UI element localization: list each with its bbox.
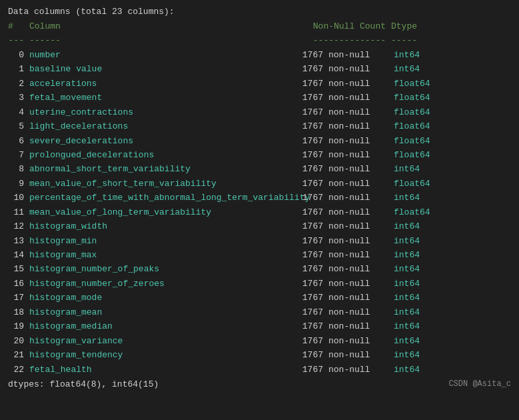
row-nonnull: non-null: [326, 91, 386, 105]
nonnull-header: Non-Null Count: [289, 19, 386, 33]
rows-container: 0 number 1767 non-null int64 1 baseline …: [8, 48, 511, 377]
row-count: 1767: [289, 248, 326, 262]
row-idx: 19: [8, 319, 29, 333]
row-idx: 15: [8, 262, 29, 276]
row-nonnull: non-null: [326, 262, 386, 276]
row-dtype: float64: [394, 91, 430, 105]
table-row: 11 mean_value_of_long_term_variability 1…: [8, 205, 511, 219]
row-dtype: int64: [394, 219, 420, 233]
row-count: 1767: [289, 91, 326, 105]
row-idx: 14: [8, 248, 29, 262]
table-row: 10 percentage_of_time_with_abnormal_long…: [8, 191, 511, 205]
row-idx: 13: [8, 234, 29, 248]
row-col-name: light_decelerations: [29, 119, 289, 133]
row-nonnull: non-null: [326, 234, 386, 248]
row-nonnull: non-null: [326, 305, 386, 319]
row-idx: 12: [8, 219, 29, 233]
row-dtype: float64: [394, 177, 430, 191]
row-dtype: int64: [394, 162, 420, 176]
row-count: 1767: [289, 148, 326, 162]
row-nonnull: non-null: [326, 205, 386, 219]
row-dtype: float64: [394, 205, 430, 219]
row-nonnull: non-null: [326, 77, 386, 91]
row-idx: 11: [8, 205, 29, 219]
table-row: 6 severe_decelerations 1767 non-null flo…: [8, 134, 511, 148]
row-idx: 2: [8, 77, 29, 91]
row-idx: 16: [8, 277, 29, 291]
table-row: 12 histogram_width 1767 non-null int64: [8, 219, 511, 233]
row-nonnull: non-null: [326, 177, 386, 191]
row-dtype: int64: [394, 234, 420, 248]
row-count: 1767: [289, 319, 326, 333]
row-count: 1767: [289, 234, 326, 248]
row-nonnull: non-null: [326, 162, 386, 176]
row-nonnull: non-null: [326, 291, 386, 305]
table-row: 8 abnormal_short_term_variability 1767 n…: [8, 162, 511, 176]
row-idx: 5: [8, 119, 29, 133]
row-dtype: int64: [394, 191, 420, 205]
row-dtype: int64: [394, 291, 420, 305]
row-col-name: mean_value_of_long_term_variability: [29, 205, 289, 219]
row-idx: 21: [8, 348, 29, 362]
table-row: 16 histogram_number_of_zeroes 1767 non-n…: [8, 277, 511, 291]
row-dtype: int64: [394, 248, 420, 262]
row-nonnull: non-null: [326, 62, 386, 76]
row-col-name: prolongued_decelerations: [29, 148, 289, 162]
table-row: 20 histogram_variance 1767 non-null int6…: [8, 334, 511, 348]
row-count: 1767: [289, 162, 326, 176]
row-nonnull: non-null: [326, 191, 386, 205]
row-col-name: histogram_mean: [29, 305, 289, 319]
watermark: CSDN @Asita_c: [448, 379, 511, 389]
row-dtype: float64: [394, 119, 430, 133]
table-row: 2 accelerations 1767 non-null float64: [8, 77, 511, 91]
row-nonnull: non-null: [326, 248, 386, 262]
row-nonnull: non-null: [326, 219, 386, 233]
table-row: 7 prolongued_decelerations 1767 non-null…: [8, 148, 511, 162]
row-count: 1767: [289, 348, 326, 362]
row-nonnull: non-null: [326, 148, 386, 162]
row-nonnull: non-null: [326, 105, 386, 119]
row-idx: 22: [8, 363, 29, 377]
row-count: 1767: [289, 363, 326, 377]
row-dtype: int64: [394, 48, 420, 62]
row-idx: 10: [8, 191, 29, 205]
row-count: 1767: [289, 62, 326, 76]
row-nonnull: non-null: [326, 319, 386, 333]
row-col-name: number: [29, 48, 289, 62]
row-dtype: float64: [394, 134, 430, 148]
row-dtype: int64: [394, 62, 420, 76]
row-count: 1767: [289, 305, 326, 319]
row-dtype: int64: [394, 277, 420, 291]
row-count: 1767: [289, 191, 326, 205]
row-col-name: percentage_of_time_with_abnormal_long_te…: [29, 191, 289, 205]
row-col-name: histogram_min: [29, 234, 289, 248]
table-row: 22 fetal_health 1767 non-null int64: [8, 363, 511, 377]
row-col-name: histogram_width: [29, 219, 289, 233]
row-nonnull: non-null: [326, 363, 386, 377]
row-col-name: histogram_tendency: [29, 348, 289, 362]
sep-idx: ---: [8, 33, 29, 47]
sep-nonnull: --------------: [289, 33, 386, 47]
row-dtype: int64: [394, 334, 420, 348]
row-count: 1767: [289, 277, 326, 291]
table-row: 17 histogram_mode 1767 non-null int64: [8, 291, 511, 305]
row-nonnull: non-null: [326, 277, 386, 291]
row-col-name: histogram_mode: [29, 291, 289, 305]
dtypes-summary: dtypes: float64(8), int64(15): [8, 379, 159, 389]
row-idx: 20: [8, 334, 29, 348]
row-col-name: histogram_number_of_zeroes: [29, 277, 289, 291]
footer: dtypes: float64(8), int64(15) CSDN @Asit…: [8, 379, 511, 389]
col-header: Column: [29, 19, 289, 33]
data-table: # Column Non-Null Count Dtype --- ------…: [8, 19, 511, 377]
row-idx: 17: [8, 291, 29, 305]
row-count: 1767: [289, 77, 326, 91]
dtype-header: Dtype: [391, 19, 417, 33]
table-row: 21 histogram_tendency 1767 non-null int6…: [8, 348, 511, 362]
row-dtype: int64: [394, 363, 420, 377]
row-col-name: severe_decelerations: [29, 134, 289, 148]
idx-header: #: [8, 19, 29, 33]
sep-dtype: -----: [391, 33, 417, 47]
table-row: 19 histogram_median 1767 non-null int64: [8, 319, 511, 333]
table-row: 15 histogram_number_of_peaks 1767 non-nu…: [8, 262, 511, 276]
row-idx: 1: [8, 62, 29, 76]
